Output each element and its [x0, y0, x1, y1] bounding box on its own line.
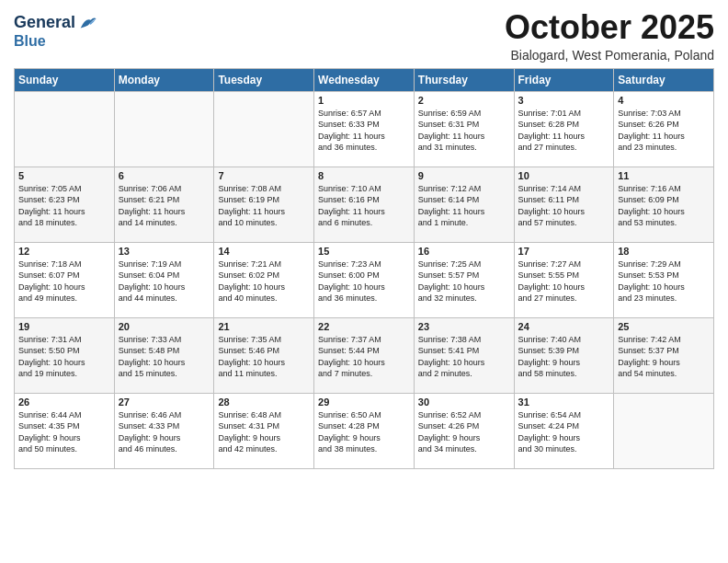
calendar-cell: 12Sunrise: 7:18 AM Sunset: 6:07 PM Dayli… [15, 242, 115, 317]
day-number: 17 [518, 246, 610, 257]
calendar-cell: 10Sunrise: 7:14 AM Sunset: 6:11 PM Dayli… [514, 167, 614, 242]
calendar-cell: 1Sunrise: 6:57 AM Sunset: 6:33 PM Daylig… [314, 91, 415, 167]
calendar-cell [114, 91, 214, 167]
day-number: 5 [18, 170, 110, 181]
calendar-cell: 9Sunrise: 7:12 AM Sunset: 6:14 PM Daylig… [414, 167, 514, 242]
calendar-cell: 26Sunrise: 6:44 AM Sunset: 4:35 PM Dayli… [15, 393, 115, 468]
calendar-cell: 16Sunrise: 7:25 AM Sunset: 5:57 PM Dayli… [414, 242, 514, 317]
day-info: Sunrise: 7:05 AM Sunset: 6:23 PM Dayligh… [18, 183, 110, 229]
calendar-cell: 6Sunrise: 7:06 AM Sunset: 6:21 PM Daylig… [114, 167, 214, 242]
calendar-cell: 11Sunrise: 7:16 AM Sunset: 6:09 PM Dayli… [614, 167, 714, 242]
day-number: 6 [119, 170, 210, 181]
day-info: Sunrise: 7:16 AM Sunset: 6:09 PM Dayligh… [618, 183, 710, 229]
logo-blue: Blue [14, 33, 46, 49]
col-friday: Friday [514, 68, 614, 91]
calendar-cell: 21Sunrise: 7:35 AM Sunset: 5:46 PM Dayli… [214, 317, 314, 393]
day-number: 2 [418, 95, 510, 106]
title-block: October 2025 Bialogard, West Pomerania, … [505, 9, 714, 63]
calendar-cell: 15Sunrise: 7:23 AM Sunset: 6:00 PM Dayli… [314, 242, 415, 317]
day-info: Sunrise: 7:19 AM Sunset: 6:04 PM Dayligh… [119, 259, 210, 304]
col-thursday: Thursday [414, 68, 514, 91]
month-title: October 2025 [505, 9, 714, 46]
col-wednesday: Wednesday [314, 68, 415, 91]
day-number: 4 [618, 95, 710, 106]
day-number: 11 [618, 170, 710, 181]
page-container: General Blue October 2025 Bialogard, Wes… [0, 0, 728, 474]
col-sunday: Sunday [15, 68, 115, 91]
day-info: Sunrise: 6:54 AM Sunset: 4:24 PM Dayligh… [518, 409, 610, 455]
day-info: Sunrise: 7:21 AM Sunset: 6:02 PM Dayligh… [218, 259, 310, 304]
day-info: Sunrise: 7:10 AM Sunset: 6:16 PM Dayligh… [318, 183, 410, 229]
day-number: 15 [318, 246, 410, 257]
calendar-header-row: Sunday Monday Tuesday Wednesday Thursday… [15, 68, 714, 91]
day-number: 19 [18, 321, 110, 332]
calendar-cell: 19Sunrise: 7:31 AM Sunset: 5:50 PM Dayli… [15, 317, 115, 393]
day-number: 13 [119, 246, 210, 257]
calendar-cell: 22Sunrise: 7:37 AM Sunset: 5:44 PM Dayli… [314, 317, 415, 393]
calendar-week-row: 12Sunrise: 7:18 AM Sunset: 6:07 PM Dayli… [15, 242, 714, 317]
day-number: 1 [318, 95, 410, 106]
day-number: 31 [518, 396, 610, 408]
day-number: 24 [518, 321, 610, 332]
day-info: Sunrise: 7:38 AM Sunset: 5:41 PM Dayligh… [418, 334, 510, 380]
day-info: Sunrise: 6:44 AM Sunset: 4:35 PM Dayligh… [18, 409, 110, 455]
day-info: Sunrise: 6:59 AM Sunset: 6:31 PM Dayligh… [418, 108, 510, 154]
day-info: Sunrise: 6:48 AM Sunset: 4:31 PM Dayligh… [218, 409, 310, 455]
header: General Blue October 2025 Bialogard, Wes… [14, 9, 714, 63]
day-info: Sunrise: 6:52 AM Sunset: 4:26 PM Dayligh… [418, 409, 510, 455]
day-info: Sunrise: 7:29 AM Sunset: 5:53 PM Dayligh… [618, 259, 710, 304]
calendar-cell: 17Sunrise: 7:27 AM Sunset: 5:55 PM Dayli… [514, 242, 614, 317]
day-info: Sunrise: 7:14 AM Sunset: 6:11 PM Dayligh… [518, 183, 610, 229]
calendar-cell: 3Sunrise: 7:01 AM Sunset: 6:28 PM Daylig… [514, 91, 614, 167]
day-info: Sunrise: 6:50 AM Sunset: 4:28 PM Dayligh… [318, 409, 410, 455]
day-number: 28 [218, 396, 310, 408]
calendar-cell: 20Sunrise: 7:33 AM Sunset: 5:48 PM Dayli… [114, 317, 214, 393]
day-info: Sunrise: 7:08 AM Sunset: 6:19 PM Dayligh… [218, 183, 310, 229]
col-tuesday: Tuesday [214, 68, 314, 91]
day-info: Sunrise: 7:27 AM Sunset: 5:55 PM Dayligh… [518, 259, 610, 304]
day-number: 3 [518, 95, 610, 106]
calendar-cell: 31Sunrise: 6:54 AM Sunset: 4:24 PM Dayli… [514, 393, 614, 468]
day-number: 12 [18, 246, 110, 257]
day-info: Sunrise: 7:25 AM Sunset: 5:57 PM Dayligh… [418, 259, 510, 304]
day-number: 21 [218, 321, 310, 332]
day-info: Sunrise: 7:33 AM Sunset: 5:48 PM Dayligh… [119, 334, 210, 380]
calendar-cell: 25Sunrise: 7:42 AM Sunset: 5:37 PM Dayli… [614, 317, 714, 393]
day-number: 8 [318, 170, 410, 181]
day-number: 20 [119, 321, 210, 332]
day-number: 18 [618, 246, 710, 257]
location-subtitle: Bialogard, West Pomerania, Poland [505, 48, 714, 63]
day-number: 14 [218, 246, 310, 257]
day-number: 26 [18, 396, 110, 408]
day-info: Sunrise: 7:01 AM Sunset: 6:28 PM Dayligh… [518, 108, 610, 154]
calendar-cell: 23Sunrise: 7:38 AM Sunset: 5:41 PM Dayli… [414, 317, 514, 393]
calendar-cell: 2Sunrise: 6:59 AM Sunset: 6:31 PM Daylig… [414, 91, 514, 167]
calendar-cell: 8Sunrise: 7:10 AM Sunset: 6:16 PM Daylig… [314, 167, 415, 242]
day-number: 22 [318, 321, 410, 332]
calendar-cell: 5Sunrise: 7:05 AM Sunset: 6:23 PM Daylig… [15, 167, 115, 242]
logo-text: General [14, 14, 75, 32]
day-info: Sunrise: 7:03 AM Sunset: 6:26 PM Dayligh… [618, 108, 710, 154]
calendar-cell: 28Sunrise: 6:48 AM Sunset: 4:31 PM Dayli… [214, 393, 314, 468]
day-info: Sunrise: 7:18 AM Sunset: 6:07 PM Dayligh… [18, 259, 110, 304]
day-info: Sunrise: 6:57 AM Sunset: 6:33 PM Dayligh… [318, 108, 410, 154]
col-monday: Monday [114, 68, 214, 91]
calendar-cell: 29Sunrise: 6:50 AM Sunset: 4:28 PM Dayli… [314, 393, 415, 468]
calendar-week-row: 5Sunrise: 7:05 AM Sunset: 6:23 PM Daylig… [15, 167, 714, 242]
calendar-cell [614, 393, 714, 468]
day-number: 23 [418, 321, 510, 332]
calendar-cell: 13Sunrise: 7:19 AM Sunset: 6:04 PM Dayli… [114, 242, 214, 317]
logo: General Blue [14, 13, 97, 50]
day-number: 30 [418, 396, 510, 408]
logo-bird-icon [77, 13, 97, 33]
day-info: Sunrise: 7:35 AM Sunset: 5:46 PM Dayligh… [218, 334, 310, 380]
calendar-cell [15, 91, 115, 167]
day-number: 9 [418, 170, 510, 181]
day-number: 25 [618, 321, 710, 332]
day-info: Sunrise: 7:23 AM Sunset: 6:00 PM Dayligh… [318, 259, 410, 304]
calendar-cell: 30Sunrise: 6:52 AM Sunset: 4:26 PM Dayli… [414, 393, 514, 468]
day-info: Sunrise: 7:06 AM Sunset: 6:21 PM Dayligh… [119, 183, 210, 229]
calendar-week-row: 26Sunrise: 6:44 AM Sunset: 4:35 PM Dayli… [15, 393, 714, 468]
calendar-cell: 14Sunrise: 7:21 AM Sunset: 6:02 PM Dayli… [214, 242, 314, 317]
calendar-cell: 27Sunrise: 6:46 AM Sunset: 4:33 PM Dayli… [114, 393, 214, 468]
